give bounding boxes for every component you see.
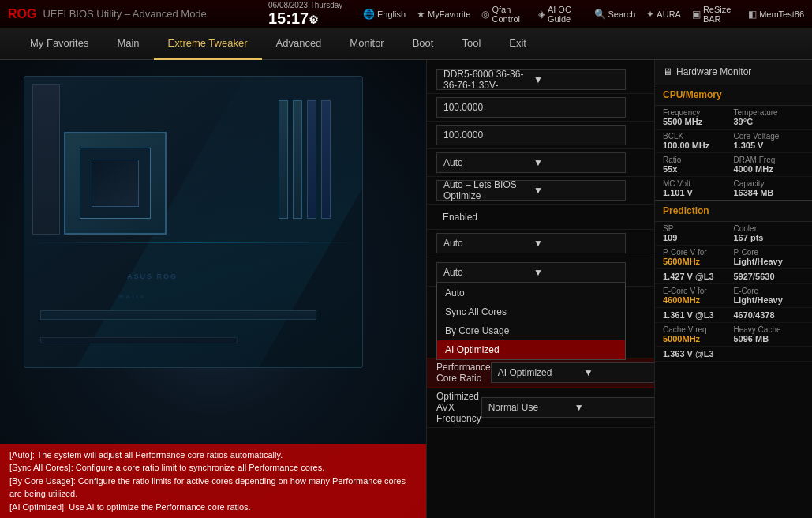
main-nav: My Favorites Main Extreme Tweaker Advanc… — [0, 28, 812, 60]
tool-search-label: Search — [608, 9, 636, 19]
hw-ratio-label: Ratio — [663, 156, 734, 164]
hw-freq-label: Frequency — [663, 108, 734, 117]
nav-monitor[interactable]: Monitor — [335, 28, 398, 60]
hw-bclk-cell: BCLK 100.00 MHz — [663, 132, 734, 150]
config-rows: DDR5-6000 36-36-36-76-1.35V- ▼ 100.0000 … — [427, 60, 654, 518]
auto-dropdown1[interactable]: Auto ▼ — [436, 152, 626, 173]
hw-mcvolt-value: 1.101 V — [663, 188, 734, 197]
hw-sp-cell: SP 109 — [663, 224, 734, 242]
hw-ecore-v-row: E-Core V for 4600MHz E-Core Light/Heavy — [655, 284, 812, 308]
hw-pcore-freq-cell: 5927/5630 — [734, 272, 805, 281]
hw-corevolt-cell: Core Voltage 1.305 V — [734, 132, 805, 150]
ratio-option-ai[interactable]: AI Optimized — [437, 340, 625, 359]
chevron-down-icon-2: ▼ — [533, 157, 619, 168]
ratio-option-sync[interactable]: Sync All Cores — [437, 302, 625, 321]
hw-cache-volt-row: 1.363 V @L3 — [655, 347, 812, 362]
pcie-slot-2 — [40, 337, 238, 343]
star-icon: ★ — [417, 9, 425, 20]
ratio-mode-current: Auto — [443, 267, 529, 278]
hw-ecore-lh-cell: E-Core Light/Heavy — [734, 287, 805, 305]
hw-ecore-freqs-row: 1.361 V @L3 4670/4378 — [655, 308, 812, 323]
settings-gear-icon[interactable]: ⚙ — [309, 13, 319, 26]
right-config: DDR5-6000 36-36-36-76-1.35V- ▼ 100.0000 … — [426, 60, 654, 518]
rog-board-label: ASUS ROG — [127, 272, 178, 280]
tool-aioc-label: AI OC Guide — [548, 5, 583, 24]
info-bar: [Auto]: The system will adjust all Perfo… — [0, 444, 426, 519]
bclk-value: 100.0000 — [443, 102, 483, 113]
hw-pcore-lh-value: Light/Heavy — [734, 257, 805, 266]
hw-cache-heavy-label: Heavy Cache — [734, 325, 805, 334]
tool-resizebar[interactable]: ▣ ReSize BAR — [692, 5, 737, 24]
ddr5-row: DDR5-6000 36-36-36-76-1.35V- ▼ — [427, 66, 654, 94]
bclk2-field[interactable]: 100.0000 — [436, 125, 626, 145]
avx-freq-value: Normal Use — [488, 402, 570, 413]
globe-icon: 🌐 — [363, 9, 375, 20]
ratio-mode-open-row: Auto ▼ Auto Sync All Cores By Core Usage… — [427, 257, 654, 287]
auto-row2: Auto ▼ — [427, 230, 654, 257]
nav-tool-label: Tool — [462, 37, 481, 49]
hw-dram-value: 4000 MHz — [734, 164, 805, 174]
ddr5-dropdown[interactable]: DDR5-6000 36-36-36-76-1.35V- ▼ — [436, 69, 626, 90]
hw-sp-label: SP — [663, 224, 734, 233]
hw-pcore-volt: 1.427 V @L3 — [663, 272, 734, 281]
tool-qfan[interactable]: ◎ Qfan Control — [481, 5, 526, 24]
hw-ratio-cell: Ratio 55x — [663, 156, 734, 174]
nav-exit[interactable]: Exit — [495, 28, 541, 60]
bclk-row: 100.0000 — [427, 94, 654, 122]
tool-resizebar-label: ReSize BAR — [703, 5, 737, 24]
hw-ecore-freqs: 4670/4378 — [734, 310, 805, 320]
nav-boot-label: Boot — [413, 37, 434, 49]
perf-core-ratio-dropdown[interactable]: AI Optimized ▼ — [491, 362, 654, 383]
chevron-down-icon-4: ▼ — [533, 238, 619, 249]
hw-capacity-value: 16384 MB — [734, 188, 805, 197]
nav-extreme-tweaker-label: Extreme Tweaker — [168, 37, 248, 49]
tool-memtest[interactable]: ◧ MemTest86 — [748, 9, 804, 20]
bclk-field[interactable]: 100.0000 — [436, 97, 626, 118]
avx-freq-dropdown[interactable]: Normal Use ▼ — [481, 397, 654, 418]
hw-capacity-cell: Capacity 16384 MB — [734, 179, 805, 197]
hw-pcore-v-label: P-Core V for — [663, 248, 734, 257]
chevron-down-icon-7: ▼ — [574, 402, 654, 413]
tool-aioc[interactable]: ◈ AI OC Guide — [538, 5, 583, 24]
ratio-mode-dropdown-list: Auto Sync All Cores By Core Usage AI Opt… — [436, 283, 626, 360]
monitor-icon: 🖥 — [663, 66, 672, 77]
ratio-option-bycore[interactable]: By Core Usage — [437, 321, 625, 340]
ddr5-value: DDR5-6000 36-36-36-76-1.35V- — [443, 69, 529, 91]
hw-mcvolt-label: MC Volt. — [663, 179, 734, 188]
enabled-value: Enabled — [436, 209, 618, 225]
tool-aura[interactable]: ✦ AURA — [646, 9, 681, 20]
nav-tool[interactable]: Tool — [447, 28, 495, 60]
nav-boot[interactable]: Boot — [399, 28, 448, 60]
hw-ecore-lh-value: Light/Heavy — [734, 295, 805, 305]
aura-icon: ✦ — [646, 9, 654, 20]
tool-search[interactable]: 🔍 Search — [594, 9, 636, 20]
info-line-3: [By Core Usage]: Configure the ratio lim… — [9, 475, 417, 501]
hw-pcore-lh-label: P-Core — [734, 248, 805, 257]
cpu-core — [92, 160, 139, 207]
hw-ecore-v-freq: 4600MHz — [663, 295, 734, 305]
hw-bclk-corevolt-row: BCLK 100.00 MHz Core Voltage 1.305 V — [655, 130, 812, 153]
hw-pcore-v-freq: 5600MHz — [663, 257, 734, 266]
prediction-section-title: Prediction — [655, 201, 812, 222]
nav-my-favorites[interactable]: My Favorites — [16, 28, 103, 60]
nav-advanced[interactable]: Advanced — [262, 28, 336, 60]
auto-row1: Auto ▼ — [427, 149, 654, 177]
left-panel: ASUS ROG Ratio [Auto]: The system will a… — [0, 60, 426, 518]
hw-cache-v-label: Cache V req — [663, 325, 734, 334]
chevron-down-icon-6: ▼ — [584, 367, 654, 378]
tool-aura-label: AURA — [657, 9, 681, 19]
tool-myfavorite[interactable]: ★ MyFavorite — [417, 9, 470, 20]
auto-dropdown2[interactable]: Auto ▼ — [436, 233, 626, 253]
bios-optimize-dropdown[interactable]: Auto – Lets BIOS Optimize ▼ — [436, 180, 626, 201]
tool-english[interactable]: 🌐 English — [363, 9, 406, 20]
ratio-mode-trigger[interactable]: Auto ▼ — [436, 262, 626, 283]
nav-extreme-tweaker[interactable]: Extreme Tweaker — [154, 28, 262, 60]
content-area: ASUS ROG Ratio [Auto]: The system will a… — [0, 60, 812, 518]
ratio-option-auto[interactable]: Auto — [437, 283, 625, 302]
hw-pcore-v-row: P-Core V for 5600MHz P-Core Light/Heavy — [655, 246, 812, 269]
hw-pcore-freqs-row: 1.427 V @L3 5927/5630 — [655, 269, 812, 284]
info-line-4: [AI Optimized]: Use AI to optimize the P… — [9, 501, 417, 514]
nav-main[interactable]: Main — [103, 28, 153, 60]
hw-cache-v-cell: Cache V req 5000MHz — [663, 325, 734, 343]
hw-cache-heavy-cell: Heavy Cache 5096 MB — [734, 325, 805, 343]
